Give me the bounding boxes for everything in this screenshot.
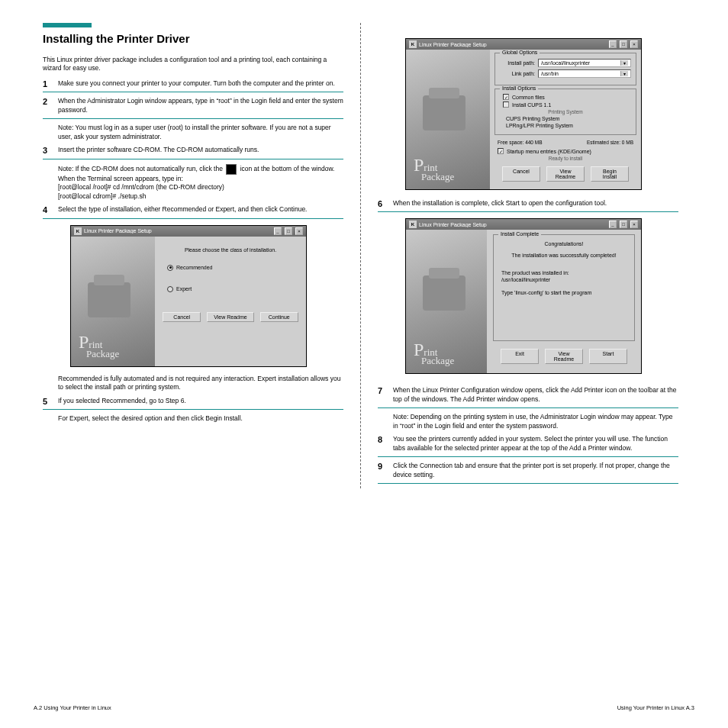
step-7-note: Note: Depending on the printing system i…: [393, 413, 678, 430]
step-2: 2 When the Administrator Login window ap…: [43, 97, 343, 119]
view-readme-button[interactable]: View Readme: [546, 166, 585, 182]
maximize-icon[interactable]: □: [620, 221, 627, 228]
step-2-note: Note: You must log in as a super user (r…: [58, 124, 343, 141]
check-common-files[interactable]: ✓ Common files: [503, 94, 631, 100]
combo-value: /usr/bin: [541, 71, 559, 76]
radio-expert[interactable]: Expert: [167, 286, 300, 292]
combo-value: /usr/local/linuxprinter: [541, 60, 590, 66]
checkbox-checked-icon: ✓: [498, 148, 504, 154]
step-text: Click the Connection tab and ensure that…: [393, 462, 678, 482]
checkbox-icon: [503, 101, 509, 108]
footer-left: A.2 Using Your Printer in Linux: [34, 704, 364, 711]
step-num: 7: [378, 386, 388, 406]
step-4: 4 Select the type of installation, eithe…: [43, 205, 343, 218]
step-text: When the Linux Printer Configuration win…: [393, 386, 678, 406]
continue-button[interactable]: Continue: [260, 312, 298, 322]
groupbox-title: Install Options: [500, 85, 538, 91]
printing-system-heading: Printing System: [500, 109, 631, 114]
app-icon: K: [409, 221, 417, 228]
dialog-sidebar: PrintPackage: [406, 230, 487, 373]
dialog-sidebar: PrintPackage: [71, 237, 155, 366]
installer-dialog-expert: K Linux Printer Package Setup _ □ × Prin…: [405, 38, 642, 190]
step-9: 9 Click the Connection tab and ensure th…: [378, 462, 678, 484]
cancel-button[interactable]: Cancel: [163, 312, 201, 322]
step-5: 5 If you selected Recommended, go to Ste…: [43, 397, 343, 410]
step-5-sub: For Expert, select the desired option an…: [58, 414, 343, 423]
minimize-icon[interactable]: _: [609, 221, 617, 228]
radio-lprng[interactable]: LPRng/LPR Printing System: [503, 123, 631, 128]
step-text: You see the printers currently added in …: [393, 435, 678, 455]
dialog-titlebar[interactable]: K Linux Printer Package Setup _ □ ×: [406, 219, 641, 230]
radio-label: Recommended: [176, 265, 212, 270]
est-size-value: 0 MB: [622, 140, 633, 145]
step-7: 7 When the Linux Printer Configuration w…: [378, 386, 678, 408]
step-1: 1 Make sure you connect your printer to …: [43, 79, 343, 92]
step-6: 6 When the installation is complete, cli…: [378, 199, 678, 212]
close-icon[interactable]: ×: [295, 227, 303, 235]
begin-install-button[interactable]: Begin Install: [591, 166, 629, 182]
view-readme-button[interactable]: View Readme: [545, 349, 583, 364]
install-path-combo[interactable]: /usr/local/linuxprinter ▾: [538, 59, 631, 67]
install-path-label: Install path:: [500, 60, 535, 66]
app-icon: K: [409, 40, 417, 48]
radio-label: LPRng/LPR Printing System: [506, 123, 573, 128]
maximize-icon[interactable]: □: [285, 227, 292, 235]
step-num: 1: [43, 79, 53, 90]
step-num: 3: [43, 146, 53, 156]
start-hint: Type 'linux-config' to start the program: [501, 290, 627, 295]
minimize-icon[interactable]: _: [609, 40, 617, 48]
radio-cups[interactable]: CUPS Printing System: [503, 116, 631, 121]
link-path-label: Link path:: [500, 71, 535, 76]
view-readme-button[interactable]: View Readme: [207, 312, 253, 322]
printer-illustration: [423, 275, 465, 311]
check-install-cups[interactable]: Install CUPS 1.1: [503, 101, 631, 108]
check-startup-entries[interactable]: ✓ Startup menu entries (KDE/Gnome): [498, 148, 636, 154]
printer-illustration: [423, 95, 465, 130]
step-4-sub: Recommended is fully automated and is no…: [58, 375, 343, 392]
column-divider: [360, 23, 361, 488]
close-icon[interactable]: ×: [630, 221, 638, 228]
page-title: Installing the Printer Driver: [43, 32, 343, 45]
install-complete-group: Install Complete Congratulations! The in…: [493, 234, 635, 341]
step-text: Select the type of installation, either …: [58, 205, 343, 216]
step-3-note: Note: If the CD-ROM does not automatical…: [58, 164, 343, 201]
radio-dot-icon: [167, 286, 173, 292]
maximize-icon[interactable]: □: [620, 40, 627, 48]
radio-label: CUPS Printing System: [506, 116, 559, 121]
intro-text: This Linux printer driver package includ…: [43, 56, 343, 73]
dialog-titlebar[interactable]: K Linux Printer Package Setup _ □ ×: [71, 226, 306, 237]
dialog-title: Linux Printer Package Setup: [419, 42, 606, 47]
step-num: 8: [378, 435, 388, 455]
step-num: 2: [43, 97, 53, 117]
congrats-text: Congratulations!: [498, 241, 630, 246]
step-text: Insert the printer software CD-ROM. The …: [58, 146, 343, 156]
dialog-sidebar: PrintPackage: [406, 50, 490, 189]
radio-dot-icon: [167, 265, 173, 271]
terminal-icon: [226, 164, 237, 175]
step-num: 9: [378, 462, 388, 482]
dialog-titlebar[interactable]: K Linux Printer Package Setup _ □ ×: [406, 39, 641, 50]
chevron-down-icon[interactable]: ▾: [620, 71, 628, 76]
exit-button[interactable]: Exit: [501, 349, 539, 364]
close-icon[interactable]: ×: [630, 40, 638, 48]
step-text: When the Administrator Login window appe…: [58, 97, 343, 113]
check-label: Install CUPS 1.1: [512, 102, 551, 108]
global-options-group: Global Options Install path: /usr/local/…: [494, 53, 636, 85]
radio-recommended[interactable]: Recommended: [167, 265, 300, 271]
check-label: Common files: [512, 95, 545, 100]
link-path-combo[interactable]: /usr/bin ▾: [538, 69, 631, 78]
free-space-value: 440 MB: [525, 140, 542, 145]
est-size-label: Estimated size:: [587, 140, 620, 145]
cancel-button[interactable]: Cancel: [502, 166, 540, 182]
accent-bar: [43, 23, 92, 27]
step-num: 4: [43, 205, 53, 216]
minimize-icon[interactable]: _: [274, 227, 282, 235]
chevron-down-icon[interactable]: ▾: [620, 60, 628, 66]
step-8: 8 You see the printers currently added i…: [378, 435, 678, 457]
printer-illustration: [88, 282, 130, 317]
checkbox-checked-icon: ✓: [503, 94, 509, 100]
start-button[interactable]: Start: [589, 349, 627, 364]
step-text: If you selected Recommended, go to Step …: [58, 397, 343, 407]
installer-dialog-complete: K Linux Printer Package Setup _ □ × Prin…: [405, 218, 642, 374]
installer-dialog-class: K Linux Printer Package Setup _ □ × Prin…: [70, 225, 307, 367]
